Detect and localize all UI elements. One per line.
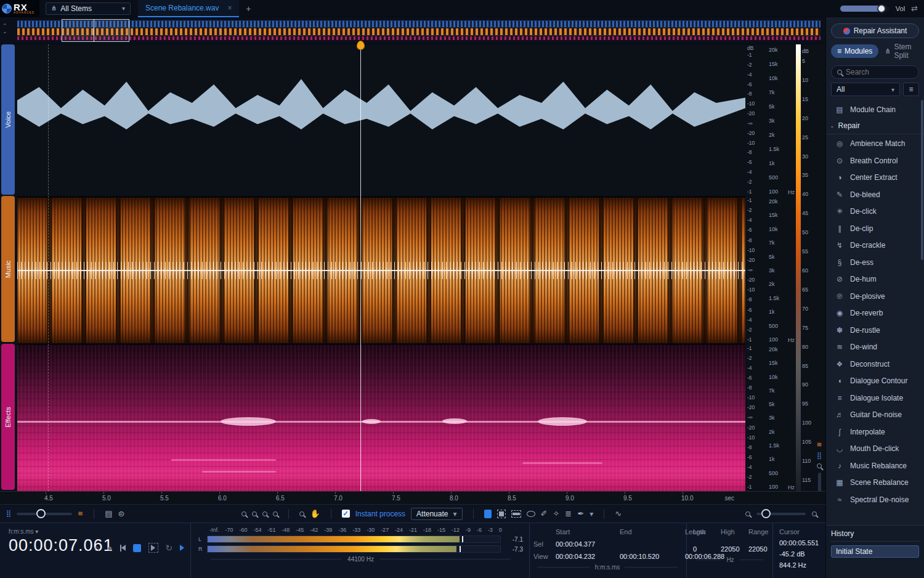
module-item[interactable]: ♪ Music Rebalance [826, 457, 924, 474]
file-tab[interactable]: Scene Rebalance.wav × [138, 0, 239, 17]
module-menu-button[interactable]: ≡ [903, 83, 919, 96]
freq-high-value[interactable]: 22050 [721, 545, 748, 553]
module-item[interactable]: ℗ De-plosive [826, 288, 924, 305]
waveform-display-toggle-icon[interactable]: ⣿ [6, 510, 11, 517]
view-end-value[interactable]: 00:00:10.520 [620, 553, 685, 560]
tool-options-chevron-icon[interactable]: ▾ [590, 510, 593, 518]
brush-selection-tool-icon[interactable]: ✐ [541, 509, 548, 518]
spectrogram-view-icon[interactable]: ≋ [816, 441, 822, 448]
waveform-view-icon[interactable]: ⣿ [817, 452, 822, 459]
loop-playback-icon[interactable]: ↻ [166, 543, 173, 553]
stem-tab[interactable]: Music [1, 196, 15, 342]
module-item[interactable]: ↯ De-crackle [826, 237, 924, 254]
module-item[interactable]: ◡ Mouth De-click [826, 441, 924, 458]
module-item[interactable]: ◑ Center Extract [826, 169, 924, 187]
tab-stem-split[interactable]: ⋔ Stem Split [881, 44, 919, 58]
volume-slider[interactable] [840, 6, 890, 12]
time-selection-tool-icon[interactable] [484, 510, 492, 518]
lasso-selection-tool-icon[interactable] [527, 511, 535, 517]
module-item[interactable]: ʃ Interpolate [826, 423, 924, 441]
stem-tab[interactable]: Voice [1, 44, 15, 195]
stems-dropdown[interactable]: ⋔ All Stems ▾ [46, 2, 131, 15]
horizontal-zoom-out-icon[interactable] [745, 511, 750, 516]
view-start-value[interactable]: 00:00:04.232 [556, 553, 620, 560]
module-search[interactable] [831, 65, 919, 79]
annotations-icon[interactable]: ⊜ [118, 509, 125, 518]
module-item[interactable]: ◖ Dialogue Contour [826, 373, 924, 390]
module-item[interactable]: ✎ De-bleed [826, 186, 924, 203]
module-list-scrollbar[interactable] [921, 100, 923, 260]
freq-low-value[interactable]: 0 [693, 545, 721, 553]
history-item[interactable]: Initial State [831, 545, 919, 558]
module-item[interactable]: ⊙ Breath Control [826, 152, 924, 169]
module-item[interactable]: ▦ Scene Rebalance [826, 474, 924, 492]
module-chain-item[interactable]: ▤ Module Chain [826, 101, 924, 118]
instant-process-label[interactable]: Instant process [355, 510, 405, 518]
go-to-start-button[interactable] [120, 545, 126, 552]
wave-spectrogram-blend-slider[interactable] [17, 513, 72, 515]
module-item[interactable]: ♬ Guitar De-noise [826, 407, 924, 424]
playhead-line[interactable] [360, 44, 361, 491]
module-item[interactable]: ≋ De-wind [826, 339, 924, 356]
module-item[interactable]: ⊘ De-hum [826, 271, 924, 288]
voice-spectrogram[interactable] [17, 44, 745, 196]
io-routing-icon[interactable]: ⇄ [911, 4, 918, 13]
freq-range-value[interactable]: 22050 [748, 545, 774, 553]
time-ruler[interactable]: 4.55.05.56.06.57.07.58.08.59.09.510.0 se… [0, 491, 825, 504]
volume-slider-knob[interactable] [877, 4, 886, 13]
playhead-marker[interactable] [357, 41, 365, 50]
horizontal-zoom-in-icon[interactable] [812, 511, 817, 516]
module-item[interactable]: ❖ Deconstruct [826, 356, 924, 373]
repair-section-header[interactable]: ⌄ Repair [826, 118, 924, 134]
spectrogram-display-toggle-icon[interactable]: ≋ [78, 510, 83, 517]
magic-wand-tool-icon[interactable]: ✧ [553, 509, 559, 518]
time-format-selector[interactable]: h:m:s.ms ▾ [9, 528, 190, 535]
find-similar-tool-icon[interactable]: ∿ [615, 509, 622, 518]
monitor-headphones-icon[interactable]: ∩ [94, 543, 100, 553]
stem-tab[interactable]: Effects [1, 344, 15, 490]
search-input[interactable] [846, 68, 907, 76]
zoom-out-icon[interactable] [252, 511, 257, 516]
instant-process-checkbox[interactable]: ✓ [342, 510, 350, 518]
time-frequency-selection-tool-icon[interactable] [497, 510, 506, 518]
selection-start-value[interactable]: 00:00:04.377 [556, 540, 620, 548]
draw-tool-icon[interactable]: ✒ [577, 509, 584, 518]
music-spectrogram[interactable] [17, 198, 745, 344]
module-icon: ℗ [835, 292, 845, 301]
repair-assistant-button[interactable]: Repair Assistant [831, 23, 919, 38]
module-icon: ♬ [835, 410, 845, 419]
play-button[interactable] [148, 543, 158, 553]
tab-modules[interactable]: ≡ Modules [831, 44, 878, 58]
process-mode-dropdown[interactable]: Attenuate ▾ [411, 508, 462, 520]
zoom-in-icon[interactable] [241, 511, 246, 516]
stop-button[interactable] [133, 544, 141, 552]
left-channel-meter [207, 535, 501, 543]
module-item[interactable]: ✽ De-rustle [826, 322, 924, 339]
zoom-selection-icon[interactable] [262, 511, 267, 516]
module-item[interactable]: ≡ Dialogue Isolate [826, 389, 924, 407]
layout-list-icon[interactable]: ▤ [105, 509, 112, 518]
hand-tool-icon[interactable]: ✋ [310, 509, 320, 518]
new-tab-button[interactable]: + [239, 4, 257, 14]
module-item[interactable]: ∥ De-clip [826, 220, 924, 237]
frequency-selection-tool-icon[interactable] [511, 510, 521, 518]
meter-scale-label: 0 [499, 527, 502, 533]
magnify-tool-icon[interactable] [299, 511, 304, 516]
tab-close-icon[interactable]: × [227, 4, 232, 12]
record-icon[interactable]: ● [107, 543, 112, 553]
module-item[interactable]: ✳ De-click [826, 203, 924, 221]
overview-view-window[interactable] [62, 19, 129, 42]
zoom-reset-icon[interactable] [273, 511, 278, 516]
module-item[interactable]: § De-ess [826, 254, 924, 271]
horizontal-zoom-slider[interactable] [756, 513, 806, 515]
module-item[interactable]: ◉ De-reverb [826, 305, 924, 322]
play-selection-icon[interactable] [180, 545, 184, 551]
module-item[interactable]: ◎ Ambience Match [826, 136, 924, 153]
overview-minimap[interactable]: ⌃⌄ [0, 17, 825, 44]
adjust-lines-tool-icon[interactable]: ≣ [565, 509, 572, 518]
effects-spectrogram[interactable] [17, 345, 745, 491]
vertical-zoom-in-icon[interactable] [817, 463, 822, 468]
overview-collapse-icon[interactable]: ⌃⌄ [2, 23, 7, 35]
module-item[interactable]: ≈ Spectral De-noise [826, 491, 924, 508]
module-filter-dropdown[interactable]: All ▾ [831, 83, 900, 96]
